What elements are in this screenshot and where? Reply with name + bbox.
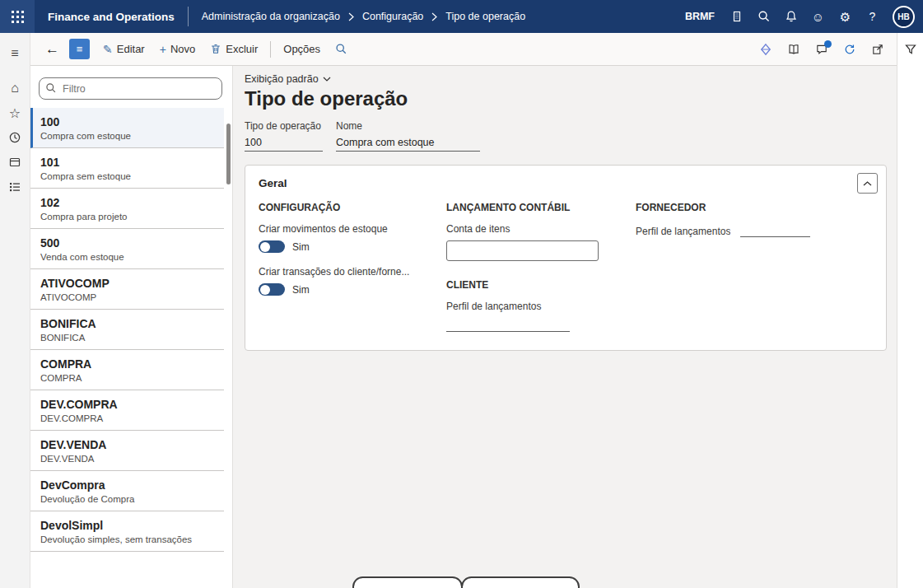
- fornecedor-perfil-input[interactable]: [740, 223, 810, 237]
- command-bar-right-icons: [753, 37, 890, 62]
- list-item[interactable]: 101 Compra sem estoque: [30, 148, 224, 189]
- view-selector[interactable]: Exibição padrão: [245, 73, 887, 85]
- app-body: ≡ ⌂ ☆ ← ≡ ✎ Editar +: [0, 33, 923, 588]
- list-item-id: ATIVOCOMP: [40, 277, 216, 290]
- list-item[interactable]: ATIVOCOMP ATIVOCOMP: [30, 269, 224, 310]
- criar-movimentos-toggle[interactable]: [259, 240, 285, 253]
- list-item-id: 500: [40, 236, 216, 250]
- user-avatar[interactable]: HB: [893, 6, 915, 28]
- trash-icon: [210, 43, 221, 55]
- copilot-diamond-icon[interactable]: [753, 37, 778, 62]
- back-arrow-icon[interactable]: ←: [39, 41, 66, 58]
- feedback-smiley-icon[interactable]: ☺: [804, 0, 832, 33]
- record-list: 100 Compra com estoque 101 Compra sem es…: [30, 108, 232, 552]
- lancamento-group: LANÇAMENTO CONTÁBIL Conta de itens CLIEN…: [446, 202, 599, 332]
- environment-icon[interactable]: [723, 0, 750, 33]
- home-icon[interactable]: ⌂: [0, 76, 30, 100]
- bottom-overlay-left: [352, 576, 463, 588]
- list-item-id: BONIFICA: [40, 317, 216, 330]
- topbar-actions: BRMF ☺ ⚙ ? HB: [677, 0, 923, 33]
- nome-input[interactable]: Compra com estoque: [336, 136, 480, 152]
- criar-movimentos-label: Criar movimentos de estoque: [259, 223, 415, 235]
- refresh-icon[interactable]: [837, 37, 862, 62]
- list-item-id: 100: [40, 115, 216, 128]
- settings-gear-icon[interactable]: ⚙: [832, 0, 859, 33]
- page-title: Tipo de operação: [245, 87, 887, 110]
- record-list-pane: 100 Compra com estoque 101 Compra sem es…: [30, 66, 233, 588]
- filter-pane-strip: [897, 33, 923, 588]
- list-item-id: 101: [40, 156, 216, 169]
- criar-transacoes-label: Criar transações do cliente/forne...: [259, 266, 415, 278]
- breadcrumb: Administração da organização Configuraçã…: [202, 11, 525, 22]
- configuracao-header: CONFIGURAÇÃO: [259, 202, 415, 213]
- list-item-id: COMPRA: [40, 357, 216, 371]
- new-button[interactable]: + Novo: [153, 37, 203, 62]
- form-area: Exibição padrão Tipo de operação Tipo de…: [233, 66, 897, 588]
- tipo-operacao-field: Tipo de operação 100: [245, 120, 323, 152]
- cliente-perfil-label: Perfil de lançamentos: [446, 301, 599, 312]
- list-item-id: DEV.VENDA: [40, 438, 216, 451]
- breadcrumb-item-org-admin[interactable]: Administração da organização: [202, 11, 340, 22]
- fornecedor-perfil-label: Perfil de lançamentos: [636, 226, 730, 237]
- list-item[interactable]: 102 Compra para projeto: [30, 189, 224, 229]
- lancamento-header: LANÇAMENTO CONTÁBIL: [446, 202, 599, 213]
- options-button[interactable]: Opções: [277, 37, 327, 62]
- workspaces-icon[interactable]: [0, 150, 30, 175]
- criar-movimentos-value: Sim: [292, 241, 310, 253]
- list-item-subtitle: Compra para projeto: [40, 212, 216, 222]
- list-item-subtitle: BONIFICA: [40, 333, 216, 343]
- list-item[interactable]: DevCompra Devolução de Compra: [30, 471, 224, 511]
- list-scrollbar[interactable]: [226, 124, 231, 184]
- list-item-subtitle: Venda com estoque: [40, 252, 216, 262]
- list-item[interactable]: 500 Venda com estoque: [30, 229, 224, 269]
- tipo-operacao-input[interactable]: 100: [245, 136, 323, 152]
- filter-input[interactable]: [39, 77, 222, 100]
- fornecedor-header: FORNECEDOR: [636, 202, 817, 213]
- list-item[interactable]: DEV.VENDA DEV.VENDA: [30, 431, 224, 471]
- notifications-bell-icon[interactable]: [777, 0, 804, 33]
- collapse-chevron-up-icon[interactable]: [857, 173, 878, 194]
- geral-section: Geral CONFIGURAÇÃO Criar movimentos de e…: [245, 165, 887, 351]
- command-search-icon[interactable]: [329, 37, 353, 62]
- app-title[interactable]: Finance and Operations: [35, 11, 188, 23]
- geral-title[interactable]: Geral: [259, 177, 287, 189]
- list-item[interactable]: 100 Compra com estoque: [30, 108, 224, 148]
- list-item-id: DEV.COMPRA: [40, 398, 216, 411]
- toggle-knob: [260, 285, 270, 295]
- list-item-subtitle: Devolução simples, sem transações: [40, 534, 216, 544]
- configuracao-group: CONFIGURAÇÃO Criar movimentos de estoque…: [259, 202, 415, 332]
- company-picker[interactable]: BRMF: [677, 0, 723, 33]
- app-launcher-icon[interactable]: [0, 0, 35, 33]
- chevron-right-icon: [431, 12, 438, 21]
- cliente-perfil-input[interactable]: [446, 318, 570, 332]
- criar-transacoes-toggle[interactable]: [259, 283, 285, 296]
- expand-menu-icon[interactable]: ≡: [0, 41, 30, 66]
- list-item[interactable]: COMPRA COMPRA: [30, 350, 224, 390]
- filter-search-icon: [45, 82, 57, 94]
- list-item-subtitle: DEV.VENDA: [40, 454, 216, 464]
- book-icon[interactable]: [781, 37, 806, 62]
- conta-itens-input[interactable]: [446, 240, 599, 261]
- favorites-star-icon[interactable]: ☆: [0, 100, 30, 125]
- delete-button[interactable]: Excluir: [203, 37, 264, 62]
- list-item[interactable]: DEV.COMPRA DEV.COMPRA: [30, 390, 224, 431]
- search-icon[interactable]: [750, 0, 777, 33]
- view-selector-label: Exibição padrão: [245, 73, 319, 85]
- filter-funnel-icon[interactable]: [904, 43, 917, 56]
- edit-button[interactable]: ✎ Editar: [96, 37, 152, 62]
- list-pane-toggle-icon[interactable]: ≡: [69, 39, 90, 59]
- command-bar-divider: [270, 41, 271, 58]
- modules-list-icon[interactable]: [0, 175, 30, 199]
- messages-chat-icon[interactable]: [809, 37, 834, 62]
- open-in-new-window-icon[interactable]: [865, 37, 890, 62]
- list-item[interactable]: BONIFICA BONIFICA: [30, 310, 224, 350]
- list-item[interactable]: DevolSimpl Devolução simples, sem transa…: [30, 511, 224, 552]
- list-item-subtitle: Devolução de Compra: [40, 494, 216, 504]
- toggle-knob: [260, 242, 270, 252]
- recent-clock-icon[interactable]: [0, 125, 30, 150]
- help-icon[interactable]: ?: [859, 0, 886, 33]
- delete-label: Excluir: [226, 43, 258, 55]
- top-bar: Finance and Operations Administração da …: [0, 0, 923, 33]
- breadcrumb-item-tipo-operacao[interactable]: Tipo de operação: [445, 11, 525, 22]
- breadcrumb-item-configuracao[interactable]: Configuração: [362, 11, 423, 22]
